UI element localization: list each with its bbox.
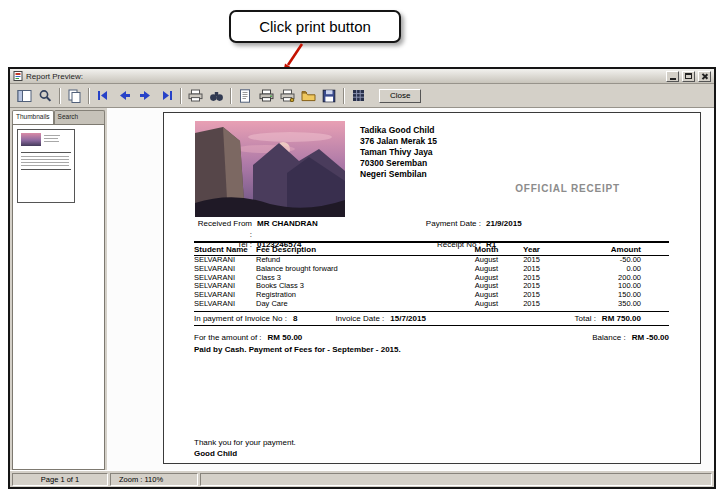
first-page-button[interactable] (93, 86, 113, 106)
paid-note: Paid by Cash. Payment of Fees for - Sept… (194, 345, 669, 354)
search-button[interactable] (206, 86, 226, 106)
meta-row: Received From : MR CHANDRAN Payment Date… (194, 219, 670, 240)
fees-table: Student Name Fee Description Month Year … (194, 241, 669, 354)
official-receipt-title: OFFICIAL RECEIPT (515, 183, 620, 194)
zoom-button[interactable] (35, 86, 55, 106)
last-page-button[interactable] (156, 86, 176, 106)
month-header: Month (464, 245, 509, 254)
open-report-button[interactable] (298, 86, 318, 106)
receipt-page: Tadika Good Child 376 Jalan Merak 15 Tam… (163, 112, 701, 464)
save-button[interactable] (319, 86, 339, 106)
last-page-icon (160, 90, 173, 101)
invoice-date-label: Invoice Date : (335, 314, 384, 323)
total-value: RM 750.00 (602, 314, 641, 323)
receipt-footer: Thank you for your payment. Good Child (194, 438, 296, 459)
previous-page-button[interactable] (114, 86, 134, 106)
print-button[interactable] (256, 86, 276, 106)
invoice-summary-row: In payment of Invoice No : 8 Invoice Dat… (194, 312, 669, 326)
amount-cell: 100.00 (554, 282, 669, 291)
tab-thumbnails[interactable]: Thumbnails (12, 110, 54, 124)
next-page-button[interactable] (135, 86, 155, 106)
copy-pages-icon (67, 89, 81, 103)
printer-setup-button[interactable] (277, 86, 297, 106)
table-header-row: Student Name Fee Description Month Year … (194, 241, 669, 256)
titlebar[interactable]: Report Preview: (10, 69, 714, 84)
open-folder-icon (301, 89, 316, 102)
close-button[interactable]: Close (379, 89, 421, 103)
balance-label: Balance : (592, 333, 625, 342)
thumbnail-line (21, 165, 69, 166)
next-page-icon (139, 90, 152, 101)
window-body: Thumbnails Search Results (10, 108, 714, 470)
toggle-group-tree-button[interactable] (14, 86, 34, 106)
thank-you-text: Thank you for your payment. (194, 438, 296, 449)
callout-text: Click print button (259, 18, 371, 35)
close-window-button[interactable] (698, 71, 711, 82)
received-from-label: Received From : (194, 219, 252, 240)
company-address-line: Negeri Sembilan (360, 169, 437, 180)
thumbnail-line (21, 162, 69, 163)
company-address-line: Taman Thivy Jaya (360, 147, 437, 158)
pages-grid-icon (352, 89, 365, 102)
signature-text: Good Child (194, 449, 296, 460)
total-label: Total : (575, 314, 596, 323)
amount-label: For the amount of : (194, 333, 262, 342)
thumbnail-line (21, 156, 69, 157)
toggle-group-tree-icon (17, 89, 32, 103)
print-current-button[interactable] (185, 86, 205, 106)
callout-click-print: Click print button (229, 10, 401, 43)
close-icon (701, 73, 708, 80)
company-address-line: 70300 Seremban (360, 158, 437, 169)
amount-cell: 350.00 (554, 300, 669, 309)
thumbnail-line (44, 141, 59, 142)
thumbnail-line (44, 135, 60, 136)
student-name-header: Student Name (194, 245, 256, 254)
toolbar-separator (230, 88, 231, 104)
company-address-line: 376 Jalan Merak 15 (360, 136, 437, 147)
thumbnail-line (21, 169, 71, 170)
toolbar-separator (59, 88, 60, 104)
maximize-button[interactable] (682, 71, 695, 82)
table-row: SELVARANI Day Care August 2015 350.00 (194, 300, 669, 309)
toolbar-separator (88, 88, 89, 104)
receipt-photo (195, 121, 345, 217)
thumbnail-photo (21, 133, 41, 146)
balance-value: RM -50.00 (632, 333, 669, 342)
copy-pages-button[interactable] (64, 86, 84, 106)
amount-header: Amount (554, 245, 669, 254)
month-cell: August (464, 300, 509, 309)
thumbnails-panel (12, 124, 105, 470)
amount-value: RM 50.00 (268, 333, 303, 342)
print-current-icon (188, 89, 203, 102)
company-address: Tadika Good Child 376 Jalan Merak 15 Tam… (360, 125, 437, 180)
amount-cell: 150.00 (554, 291, 669, 300)
fee-description-cell: Day Care (256, 300, 464, 309)
received-from-value: MR CHANDRAN (257, 219, 407, 240)
sidebar-tabs: Thumbnails Search Results (12, 110, 105, 124)
invoice-date-value: 15/7/2015 (390, 314, 426, 323)
save-icon (322, 89, 336, 103)
zoom-indicator: Zoom : 110% (110, 473, 198, 486)
statusbar-spacer (200, 473, 712, 486)
statusbar: Page 1 of 1 Zoom : 110% (10, 470, 714, 487)
student-name-cell: SELVARANI (194, 300, 256, 309)
payment-date-label: Payment Date : (407, 219, 481, 240)
thumbnail-line (44, 138, 58, 139)
report-preview-window: Report Preview: (8, 67, 716, 489)
thumbnail-line (21, 152, 71, 153)
tab-search-results[interactable]: Search Results (54, 110, 105, 124)
export-page-button[interactable] (235, 86, 255, 106)
minimize-icon (670, 78, 676, 80)
page-thumbnail[interactable] (17, 129, 75, 203)
thumbnail-line (21, 159, 69, 160)
year-cell: 2015 (509, 300, 554, 309)
minimize-button[interactable] (666, 71, 679, 82)
toolbar: Close (10, 84, 714, 108)
amount-row: For the amount of : RM 50.00 Balance : R… (194, 333, 669, 342)
preview-area[interactable]: Tadika Good Child 376 Jalan Merak 15 Tam… (107, 108, 714, 470)
toolbar-separator (343, 88, 344, 104)
document-icon (238, 89, 252, 103)
printer-setup-icon (280, 89, 295, 102)
pages-grid-button[interactable] (348, 86, 368, 106)
invoice-no-value: 8 (293, 314, 297, 323)
